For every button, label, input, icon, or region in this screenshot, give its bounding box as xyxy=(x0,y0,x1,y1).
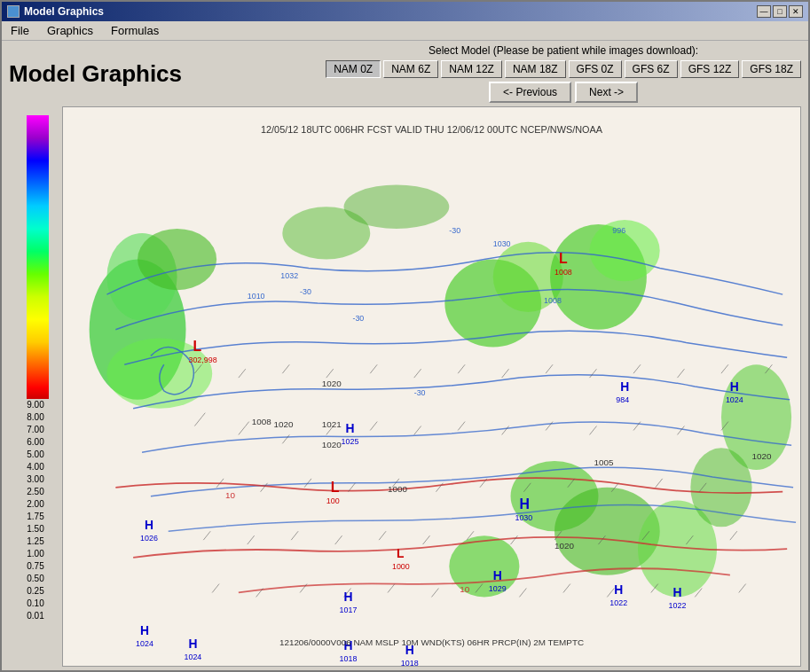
legend-val-10: 1.50 xyxy=(27,523,43,535)
svg-text:H: H xyxy=(519,497,529,512)
svg-text:1029: 1029 xyxy=(489,584,507,593)
window-icon xyxy=(7,5,20,18)
svg-text:1018: 1018 xyxy=(401,659,419,666)
svg-text:L: L xyxy=(559,252,568,267)
model-btn-gfs-0z[interactable]: GFS 0Z xyxy=(569,60,622,78)
svg-text:1022: 1022 xyxy=(669,601,687,610)
legend-val-11: 1.25 xyxy=(27,535,43,548)
svg-text:1005: 1005 xyxy=(594,457,614,467)
svg-text:H: H xyxy=(188,637,197,651)
svg-text:H: H xyxy=(673,585,682,599)
legend-val-6: 3.00 xyxy=(27,473,43,486)
title-bar-left: Model Graphics xyxy=(7,5,104,18)
svg-text:L: L xyxy=(397,546,405,560)
svg-text:1017: 1017 xyxy=(340,606,358,614)
svg-text:1030: 1030 xyxy=(515,513,532,522)
svg-text:996: 996 xyxy=(612,226,625,235)
model-btn-gfs-12z[interactable]: GFS 12Z xyxy=(680,60,740,78)
svg-text:H: H xyxy=(346,421,355,435)
model-btn-nam-18z[interactable]: NAM 18Z xyxy=(505,60,566,78)
main-content: Model Graphics Select Model (Please be p… xyxy=(2,41,808,670)
svg-text:1025: 1025 xyxy=(342,437,359,446)
legend-val-0: 9.00 xyxy=(27,399,43,411)
svg-text:L: L xyxy=(331,480,340,495)
legend-gradient xyxy=(27,115,44,399)
legend-val-13: 0.75 xyxy=(27,560,43,573)
svg-text:1022: 1022 xyxy=(609,598,627,607)
minimize-button[interactable]: — xyxy=(757,5,771,18)
svg-text:1000: 1000 xyxy=(388,484,407,494)
legend-val-2: 7.00 xyxy=(27,424,43,436)
svg-point-16 xyxy=(690,448,751,527)
title-bar: Model Graphics — □ ✕ xyxy=(2,2,808,21)
svg-text:1018: 1018 xyxy=(340,654,358,663)
legend-val-8: 2.00 xyxy=(27,498,43,511)
top-section: Model Graphics Select Model (Please be p… xyxy=(9,44,801,103)
model-btn-nam-12z[interactable]: NAM 12Z xyxy=(441,60,502,78)
legend-val-9: 1.75 xyxy=(27,511,43,523)
window-title: Model Graphics xyxy=(24,5,104,18)
model-btn-gfs-6z[interactable]: GFS 6Z xyxy=(625,60,678,78)
legend-val-14: 0.50 xyxy=(27,573,43,585)
svg-text:1021: 1021 xyxy=(322,419,342,429)
legend-val-7: 2.50 xyxy=(27,486,43,498)
legend-val-16: 0.10 xyxy=(27,598,43,610)
svg-text:1024: 1024 xyxy=(136,639,153,648)
svg-text:121206/0000V006 NAM MSLP 10M W: 121206/0000V006 NAM MSLP 10M WND(KTS) 06… xyxy=(279,637,584,647)
legend-val-1: 8.00 xyxy=(27,411,43,424)
svg-text:984: 984 xyxy=(616,395,629,404)
svg-text:1010: 1010 xyxy=(248,292,265,301)
menu-bar: File Graphics Formulas xyxy=(2,21,808,41)
model-btn-nam-0z[interactable]: NAM 0Z xyxy=(326,60,381,78)
maximize-button[interactable]: □ xyxy=(773,5,787,18)
svg-text:H: H xyxy=(614,582,623,597)
svg-text:H: H xyxy=(620,379,629,394)
menu-formulas[interactable]: Formulas xyxy=(106,22,164,39)
menu-graphics[interactable]: Graphics xyxy=(42,22,98,39)
weather-map-container: 12/05/12 18UTC 006HR FCST VALID THU 12/0… xyxy=(62,106,801,667)
legend-val-5: 4.00 xyxy=(27,461,43,473)
main-window: Model Graphics — □ ✕ File Graphics Formu… xyxy=(0,0,810,672)
svg-text:1032: 1032 xyxy=(280,271,298,280)
svg-text:H: H xyxy=(145,518,153,532)
svg-text:1024: 1024 xyxy=(726,395,743,404)
legend-val-15: 0.25 xyxy=(27,585,43,598)
model-btn-gfs-18z[interactable]: GFS 18Z xyxy=(742,60,801,78)
svg-text:1020: 1020 xyxy=(322,440,342,449)
svg-text:1020: 1020 xyxy=(752,451,772,461)
svg-text:10: 10 xyxy=(225,490,235,500)
svg-text:1008: 1008 xyxy=(252,417,271,426)
svg-text:H: H xyxy=(344,590,353,604)
svg-text:H: H xyxy=(140,623,149,637)
controls-right: Select Model (Please be patient while im… xyxy=(326,44,801,103)
svg-text:1024: 1024 xyxy=(185,652,202,661)
svg-text:1026: 1026 xyxy=(140,534,158,543)
title-bar-buttons: — □ ✕ xyxy=(757,5,803,18)
svg-text:H: H xyxy=(730,379,739,394)
close-button[interactable]: ✕ xyxy=(789,5,803,18)
svg-text:-30: -30 xyxy=(449,226,460,235)
select-model-label: Select Model (Please be patient while im… xyxy=(429,44,698,57)
nav-buttons: <- Previous Next -> xyxy=(489,82,638,103)
svg-text:1020: 1020 xyxy=(322,379,342,388)
menu-file[interactable]: File xyxy=(5,22,35,39)
svg-text:10: 10 xyxy=(460,584,469,594)
next-button[interactable]: Next -> xyxy=(575,82,638,103)
svg-text:H: H xyxy=(493,568,502,582)
svg-text:1030: 1030 xyxy=(493,239,511,248)
svg-point-18 xyxy=(344,184,450,228)
previous-button[interactable]: <- Previous xyxy=(489,82,571,103)
model-buttons-row: NAM 0Z NAM 6Z NAM 12Z NAM 18Z GFS 0Z GFS… xyxy=(326,60,801,78)
map-svg: 12/05/12 18UTC 006HR FCST VALID THU 12/0… xyxy=(63,107,800,666)
legend-val-3: 6.00 xyxy=(27,436,43,449)
weather-map: 12/05/12 18UTC 006HR FCST VALID THU 12/0… xyxy=(63,107,800,666)
svg-text:L: L xyxy=(193,339,201,354)
image-area: 9.00 8.00 7.00 6.00 5.00 4.00 3.00 2.50 … xyxy=(9,106,801,667)
svg-text:-30: -30 xyxy=(300,287,311,296)
legend-val-12: 1.00 xyxy=(27,548,43,560)
svg-point-6 xyxy=(138,229,216,290)
model-btn-nam-6z[interactable]: NAM 6Z xyxy=(383,60,438,78)
legend-val-4: 5.00 xyxy=(27,449,43,461)
svg-rect-0 xyxy=(27,115,49,399)
svg-text:302,998: 302,998 xyxy=(188,356,216,364)
